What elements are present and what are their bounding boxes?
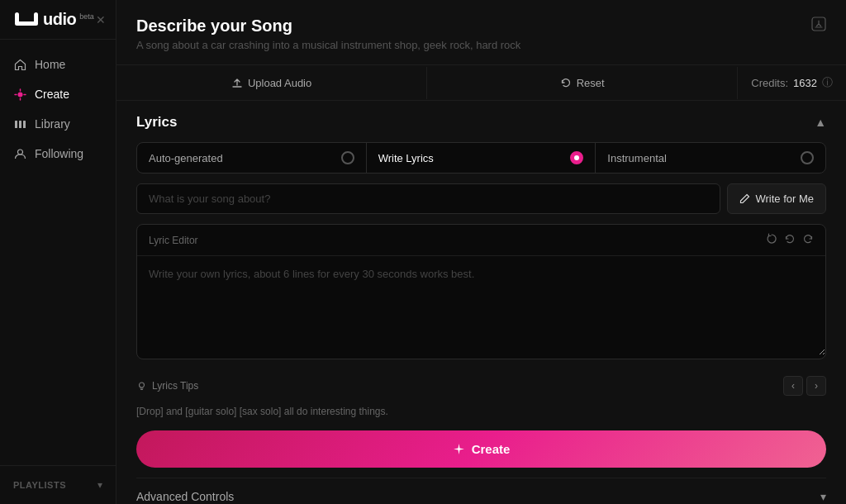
create-button-label: Create [472,442,511,456]
page-subtitle: A song about a car crashing into a music… [136,39,826,51]
lyric-textarea[interactable] [137,256,825,355]
credits-value: 1632 [793,77,817,89]
toolbar: Upload Audio Reset Credits: 1632 ⓘ [116,65,846,101]
playlists-label: PLAYLISTS [13,480,66,490]
collapse-lyrics-button[interactable]: ▲ [815,116,826,129]
sidebar-item-label-home: Home [35,58,65,71]
svg-rect-6 [23,121,26,128]
lyric-editor-label: Lyric Editor [149,235,198,246]
lyrics-section-title: Lyrics [136,114,177,131]
mode-auto-radio [341,151,354,164]
sidebar-item-create[interactable]: Create [0,79,116,109]
sidebar-item-home[interactable]: Home [0,50,116,79]
lyric-editor-actions [766,233,814,247]
sidebar-item-label-create: Create [35,88,69,101]
song-prompt-row: Write for Me [136,183,826,214]
sidebar-item-following[interactable]: Following [0,139,116,169]
svg-rect-4 [15,121,17,128]
mode-auto-generated[interactable]: Auto-generated [137,143,367,173]
svg-rect-2 [15,21,38,26]
advanced-controls[interactable]: Advanced Controls ▾ [136,478,826,504]
song-prompt-input[interactable] [136,183,720,214]
undo-icon[interactable] [784,233,796,247]
lyrics-section-header: Lyrics ▲ [136,114,826,131]
sidebar-item-label-library: Library [35,117,70,131]
library-icon [13,117,26,131]
beta-badge: beta [79,12,94,21]
page-header: Describe your Song A song about a car cr… [116,0,846,65]
svg-point-9 [140,383,145,388]
credits-label: Credits: [751,77,788,89]
reset-icon [560,77,572,88]
mode-write-lyrics[interactable]: Write Lyrics [367,143,596,173]
following-icon [13,147,26,160]
advanced-controls-label: Advanced Controls [136,490,234,503]
form-area: Lyrics ▲ Auto-generated Write Lyrics Ins… [116,101,846,504]
sidebar-item-library[interactable]: Library [0,109,116,139]
chevron-down-icon: ▾ [97,479,102,491]
sidebar: udio beta ✕ Home Create [0,0,116,504]
mode-write-radio [570,151,583,164]
logo-icon [13,11,40,29]
lyrics-tips-label: Lyrics Tips [136,380,198,392]
lyrics-tips-row: Lyrics Tips ‹ › [136,369,826,402]
refresh-icon[interactable] [766,233,777,247]
app-name: udio [43,10,76,29]
create-button[interactable]: Create [136,430,826,468]
logo-area: udio beta [13,10,94,29]
mode-write-label: Write Lyrics [378,152,434,164]
reset-button[interactable]: Reset [427,67,738,99]
mode-instrumental-label: Instrumental [607,152,667,164]
info-icon[interactable]: ⓘ [822,75,833,90]
tip-text: [Drop] and [guitar solo] [sax solo] all … [136,406,826,417]
upload-icon [231,77,243,88]
playlists-section: PLAYLISTS ▾ [0,465,116,504]
lyric-editor-header: Lyric Editor [137,225,825,256]
mode-instrumental[interactable]: Instrumental [596,143,825,173]
sidebar-nav: Home Create Library [0,40,116,465]
sparkle-icon [453,443,465,455]
page-title: Describe your Song [136,17,292,36]
sidebar-header: udio beta ✕ [0,0,116,40]
close-icon[interactable]: ✕ [96,14,106,26]
write-for-me-button[interactable]: Write for Me [727,183,826,214]
create-icon [13,88,26,101]
mode-auto-label: Auto-generated [149,152,223,164]
sidebar-item-label-following: Following [35,147,83,160]
redo-icon[interactable] [802,233,814,247]
mode-instrumental-radio [801,151,814,164]
chevron-down-icon: ▾ [820,490,826,503]
tips-prev-button[interactable]: ‹ [783,376,803,396]
share-icon[interactable] [811,17,826,36]
credits-area: Credits: 1632 ⓘ [738,65,846,100]
lyrics-mode-selector: Auto-generated Write Lyrics Instrumental [136,142,826,174]
tips-next-button[interactable]: › [806,376,826,396]
pen-icon [739,193,750,204]
tips-navigation: ‹ › [783,376,826,396]
lightbulb-icon [136,381,147,392]
svg-rect-5 [19,121,21,128]
home-icon [13,58,26,71]
svg-point-7 [17,150,22,155]
upload-audio-button[interactable]: Upload Audio [116,67,427,99]
svg-point-3 [17,92,22,97]
playlists-header[interactable]: PLAYLISTS ▾ [13,473,102,497]
main-content: Describe your Song A song about a car cr… [116,0,846,504]
lyric-editor-container: Lyric Editor [136,224,826,359]
page-title-row: Describe your Song [136,17,826,36]
